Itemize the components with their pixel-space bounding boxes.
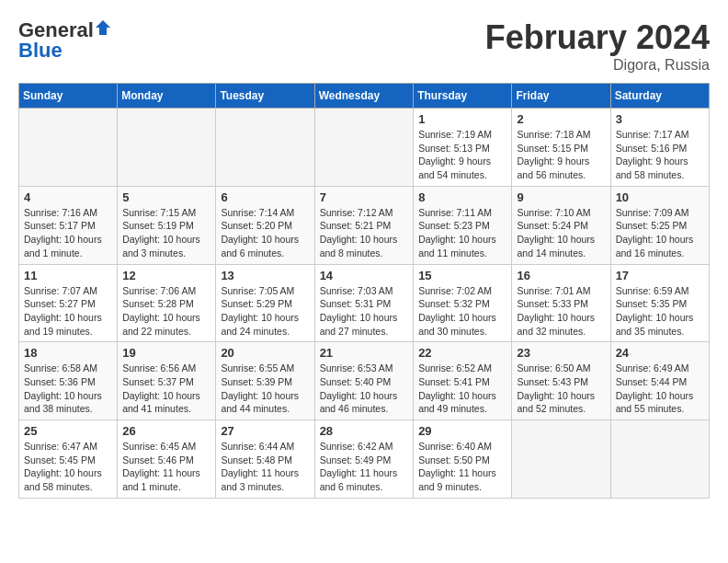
- day-info: Sunrise: 6:56 AMSunset: 5:37 PMDaylight:…: [122, 362, 210, 416]
- calendar-cell: 9Sunrise: 7:10 AMSunset: 5:24 PMDaylight…: [512, 186, 610, 264]
- day-info: Sunrise: 7:06 AMSunset: 5:28 PMDaylight:…: [122, 284, 210, 339]
- calendar-cell: [216, 109, 314, 187]
- day-info: Sunrise: 7:17 AMSunset: 5:16 PMDaylight:…: [616, 128, 704, 182]
- day-number: 1: [418, 112, 506, 126]
- calendar-cell: 24Sunrise: 6:49 AMSunset: 5:44 PMDayligh…: [610, 342, 709, 420]
- calendar-cell: 17Sunrise: 6:59 AMSunset: 5:35 PMDayligh…: [610, 264, 709, 342]
- svg-marker-0: [96, 20, 110, 35]
- calendar-cell: 12Sunrise: 7:06 AMSunset: 5:28 PMDayligh…: [118, 264, 216, 342]
- calendar-table: SundayMondayTuesdayWednesdayThursdayFrid…: [18, 83, 710, 499]
- subtitle: Digora, Russia: [485, 57, 710, 74]
- day-number: 27: [221, 424, 309, 438]
- day-number: 6: [221, 190, 309, 204]
- calendar-cell: 14Sunrise: 7:03 AMSunset: 5:31 PMDayligh…: [314, 264, 414, 342]
- day-info: Sunrise: 7:19 AMSunset: 5:13 PMDaylight:…: [418, 128, 506, 182]
- day-info: Sunrise: 6:53 AMSunset: 5:40 PMDaylight:…: [320, 362, 409, 416]
- calendar-cell: 1Sunrise: 7:19 AMSunset: 5:13 PMDaylight…: [414, 109, 512, 187]
- day-info: Sunrise: 6:55 AMSunset: 5:39 PMDaylight:…: [221, 362, 309, 416]
- calendar-cell: 2Sunrise: 7:18 AMSunset: 5:15 PMDaylight…: [512, 109, 610, 187]
- day-number: 18: [24, 346, 112, 360]
- calendar-cell: 19Sunrise: 6:56 AMSunset: 5:37 PMDayligh…: [118, 342, 216, 420]
- day-number: 7: [320, 190, 409, 204]
- day-number: 8: [418, 190, 506, 204]
- day-info: Sunrise: 7:12 AMSunset: 5:21 PMDaylight:…: [320, 206, 409, 260]
- calendar-cell: 20Sunrise: 6:55 AMSunset: 5:39 PMDayligh…: [216, 342, 314, 420]
- calendar-cell: 8Sunrise: 7:11 AMSunset: 5:23 PMDaylight…: [414, 186, 512, 264]
- weekday-header-monday: Monday: [118, 84, 216, 109]
- day-number: 21: [320, 346, 409, 360]
- day-info: Sunrise: 6:59 AMSunset: 5:35 PMDaylight:…: [616, 284, 704, 339]
- day-info: Sunrise: 7:09 AMSunset: 5:25 PMDaylight:…: [616, 206, 704, 260]
- logo: General Blue: [18, 18, 112, 61]
- calendar-cell: 4Sunrise: 7:16 AMSunset: 5:17 PMDaylight…: [19, 186, 118, 264]
- day-info: Sunrise: 7:15 AMSunset: 5:19 PMDaylight:…: [122, 206, 210, 260]
- calendar-cell: 15Sunrise: 7:02 AMSunset: 5:32 PMDayligh…: [414, 264, 512, 342]
- calendar-cell: 10Sunrise: 7:09 AMSunset: 5:25 PMDayligh…: [610, 186, 709, 264]
- day-number: 4: [24, 190, 112, 204]
- weekday-header-sunday: Sunday: [19, 84, 118, 109]
- day-info: Sunrise: 7:02 AMSunset: 5:32 PMDaylight:…: [418, 284, 506, 339]
- day-info: Sunrise: 7:10 AMSunset: 5:24 PMDaylight:…: [517, 206, 605, 260]
- weekday-header-thursday: Thursday: [414, 84, 512, 109]
- calendar-cell: [118, 109, 216, 187]
- day-info: Sunrise: 7:16 AMSunset: 5:17 PMDaylight:…: [24, 206, 112, 260]
- calendar-cell: 26Sunrise: 6:45 AMSunset: 5:46 PMDayligh…: [118, 420, 216, 499]
- day-number: 12: [122, 269, 210, 282]
- day-number: 5: [122, 190, 210, 204]
- day-info: Sunrise: 6:44 AMSunset: 5:48 PMDaylight:…: [221, 440, 309, 494]
- day-info: Sunrise: 6:49 AMSunset: 5:44 PMDaylight:…: [616, 362, 704, 416]
- day-info: Sunrise: 6:58 AMSunset: 5:36 PMDaylight:…: [24, 362, 112, 416]
- weekday-header-tuesday: Tuesday: [216, 84, 314, 109]
- calendar-cell: 18Sunrise: 6:58 AMSunset: 5:36 PMDayligh…: [19, 342, 118, 420]
- day-number: 16: [517, 269, 605, 282]
- page-header: General Blue February 2024 Digora, Russi…: [18, 18, 710, 74]
- calendar-cell: 5Sunrise: 7:15 AMSunset: 5:19 PMDaylight…: [118, 186, 216, 264]
- calendar-cell: [512, 420, 610, 499]
- day-info: Sunrise: 7:07 AMSunset: 5:27 PMDaylight:…: [24, 284, 112, 339]
- day-number: 17: [616, 269, 704, 282]
- day-number: 2: [517, 112, 605, 126]
- logo-icon: [94, 18, 112, 37]
- calendar-cell: 29Sunrise: 6:40 AMSunset: 5:50 PMDayligh…: [414, 420, 512, 499]
- day-info: Sunrise: 7:05 AMSunset: 5:29 PMDaylight:…: [221, 284, 309, 339]
- calendar-cell: 23Sunrise: 6:50 AMSunset: 5:43 PMDayligh…: [512, 342, 610, 420]
- day-info: Sunrise: 6:45 AMSunset: 5:46 PMDaylight:…: [122, 440, 210, 494]
- day-number: 29: [418, 424, 506, 438]
- calendar-cell: 16Sunrise: 7:01 AMSunset: 5:33 PMDayligh…: [512, 264, 610, 342]
- calendar-cell: 27Sunrise: 6:44 AMSunset: 5:48 PMDayligh…: [216, 420, 314, 499]
- weekday-header-wednesday: Wednesday: [314, 84, 414, 109]
- calendar-cell: 13Sunrise: 7:05 AMSunset: 5:29 PMDayligh…: [216, 264, 314, 342]
- weekday-header-friday: Friday: [512, 84, 610, 109]
- calendar-cell: 7Sunrise: 7:12 AMSunset: 5:21 PMDaylight…: [314, 186, 414, 264]
- day-number: 20: [221, 346, 309, 360]
- logo-blue: Blue: [18, 39, 63, 62]
- day-info: Sunrise: 7:03 AMSunset: 5:31 PMDaylight:…: [320, 284, 409, 339]
- day-number: 19: [122, 346, 210, 360]
- day-info: Sunrise: 6:47 AMSunset: 5:45 PMDaylight:…: [24, 440, 112, 494]
- calendar-cell: 11Sunrise: 7:07 AMSunset: 5:27 PMDayligh…: [19, 264, 118, 342]
- calendar-cell: 28Sunrise: 6:42 AMSunset: 5:49 PMDayligh…: [314, 420, 414, 499]
- title-block: February 2024 Digora, Russia: [485, 18, 710, 74]
- day-number: 28: [320, 424, 409, 438]
- calendar-cell: 3Sunrise: 7:17 AMSunset: 5:16 PMDaylight…: [610, 109, 709, 187]
- day-info: Sunrise: 6:42 AMSunset: 5:49 PMDaylight:…: [320, 440, 409, 494]
- day-info: Sunrise: 7:14 AMSunset: 5:20 PMDaylight:…: [221, 206, 309, 260]
- day-info: Sunrise: 6:40 AMSunset: 5:50 PMDaylight:…: [418, 440, 506, 494]
- day-number: 13: [221, 269, 309, 282]
- main-title: February 2024: [485, 18, 710, 57]
- day-info: Sunrise: 6:52 AMSunset: 5:41 PMDaylight:…: [418, 362, 506, 416]
- calendar-cell: [19, 109, 118, 187]
- day-number: 23: [517, 346, 605, 360]
- calendar-cell: [610, 420, 709, 499]
- calendar-cell: [314, 109, 414, 187]
- day-info: Sunrise: 7:11 AMSunset: 5:23 PMDaylight:…: [418, 206, 506, 260]
- calendar-cell: 6Sunrise: 7:14 AMSunset: 5:20 PMDaylight…: [216, 186, 314, 264]
- day-info: Sunrise: 6:50 AMSunset: 5:43 PMDaylight:…: [517, 362, 605, 416]
- day-info: Sunrise: 7:01 AMSunset: 5:33 PMDaylight:…: [517, 284, 605, 339]
- day-number: 9: [517, 190, 605, 204]
- calendar-cell: 21Sunrise: 6:53 AMSunset: 5:40 PMDayligh…: [314, 342, 414, 420]
- day-number: 10: [616, 190, 704, 204]
- day-number: 14: [320, 269, 409, 282]
- day-number: 15: [418, 269, 506, 282]
- day-number: 11: [24, 269, 112, 282]
